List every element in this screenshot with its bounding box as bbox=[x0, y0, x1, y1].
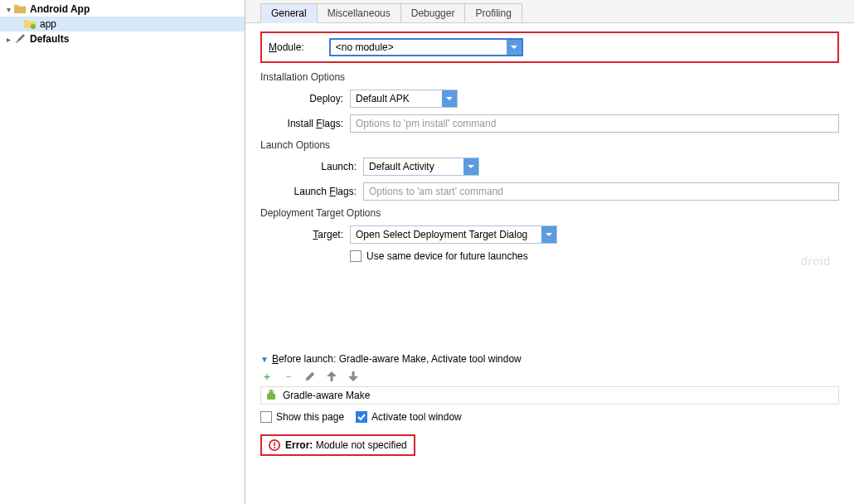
target-select[interactable]: Open Select Deployment Target Dialog bbox=[350, 225, 557, 244]
wrench-icon bbox=[13, 32, 27, 46]
svg-point-4 bbox=[272, 391, 273, 392]
chevron-down-icon bbox=[507, 40, 522, 55]
svg-point-2 bbox=[269, 390, 274, 395]
tab-miscellaneous[interactable]: Miscellaneous bbox=[317, 3, 401, 22]
activate-tool-checkbox[interactable]: Activate tool window bbox=[356, 411, 462, 423]
expand-icon[interactable]: ▸ bbox=[3, 35, 13, 44]
before-launch-toolbar: ＋ － bbox=[260, 370, 839, 383]
deploy-select[interactable]: Default APK bbox=[350, 90, 458, 108]
target-row: Target: Open Select Deployment Target Di… bbox=[277, 225, 839, 244]
error-text: Error: Module not specified bbox=[285, 439, 407, 451]
install-flags-row: Install Flags: bbox=[277, 114, 839, 133]
chevron-down-icon bbox=[541, 226, 556, 243]
before-launch-header: ▼ Before launch: Gradle-aware Make, Acti… bbox=[260, 353, 839, 365]
launch-select[interactable]: Default Activity bbox=[363, 158, 479, 176]
tree-label: app bbox=[40, 17, 56, 31]
checkbox-icon bbox=[350, 250, 361, 262]
tree-item-android-app[interactable]: ▾ Android App bbox=[0, 2, 245, 17]
tab-content: Module: <no module> Installation Options… bbox=[245, 23, 854, 504]
before-launch-section: ▼ Before launch: Gradle-aware Make, Acti… bbox=[260, 353, 839, 456]
before-launch-list-item[interactable]: Gradle-aware Make bbox=[260, 386, 839, 405]
install-flags-label: Install Flags: bbox=[277, 118, 350, 129]
launch-flags-label: Launch Flags: bbox=[277, 186, 363, 197]
svg-rect-7 bbox=[274, 447, 275, 448]
module-row: Module: <no module> bbox=[260, 32, 839, 63]
tree-item-defaults[interactable]: ▸ Defaults bbox=[0, 32, 245, 46]
collapse-icon[interactable]: ▼ bbox=[260, 355, 269, 364]
svg-point-3 bbox=[269, 391, 270, 392]
deploy-label: Deploy: bbox=[277, 93, 350, 104]
chevron-down-icon bbox=[442, 90, 457, 107]
use-same-device-checkbox[interactable]: Use same device for future launches bbox=[350, 250, 528, 262]
checkbox-icon bbox=[260, 411, 272, 423]
module-select[interactable]: <no module> bbox=[329, 38, 523, 56]
svg-rect-1 bbox=[267, 394, 275, 400]
chevron-down-icon bbox=[463, 158, 478, 175]
tree-label: Defaults bbox=[30, 32, 69, 46]
move-up-button[interactable] bbox=[325, 370, 338, 383]
tab-debugger[interactable]: Debugger bbox=[400, 3, 466, 22]
installation-legend: Installation Options bbox=[260, 71, 839, 83]
checkbox-checked-icon bbox=[356, 411, 367, 423]
move-down-button[interactable] bbox=[347, 370, 360, 383]
launch-legend: Launch Options bbox=[260, 139, 839, 151]
error-row: Error: Module not specified bbox=[260, 434, 415, 456]
deployment-legend: Deployment Target Options bbox=[260, 207, 839, 219]
install-flags-input[interactable] bbox=[350, 114, 839, 133]
launch-flags-input[interactable] bbox=[363, 182, 839, 201]
use-same-device-row: Use same device for future launches bbox=[277, 250, 839, 262]
android-icon bbox=[264, 389, 278, 402]
tree-item-app[interactable]: app bbox=[0, 17, 245, 32]
tabs: General Miscellaneous Debugger Profiling bbox=[245, 0, 854, 23]
module-label: Module: bbox=[269, 41, 304, 53]
main-panel: droid General Miscellaneous Debugger Pro… bbox=[245, 0, 854, 504]
edit-button[interactable] bbox=[303, 370, 317, 383]
show-this-page-checkbox[interactable]: Show this page bbox=[260, 411, 344, 423]
launch-row: Launch: Default Activity bbox=[277, 158, 839, 176]
deploy-row: Deploy: Default APK bbox=[277, 90, 839, 108]
launch-label: Launch: bbox=[277, 161, 363, 172]
add-button[interactable]: ＋ bbox=[260, 370, 274, 383]
tree-label: Android App bbox=[30, 2, 90, 16]
expand-icon[interactable]: ▾ bbox=[3, 5, 13, 14]
svg-rect-6 bbox=[274, 443, 275, 446]
launch-flags-row: Launch Flags: bbox=[277, 182, 839, 201]
tab-profiling[interactable]: Profiling bbox=[464, 3, 522, 22]
sidebar: ▾ Android App app ▸ Defaults bbox=[0, 0, 245, 504]
svg-point-0 bbox=[31, 24, 36, 29]
remove-button[interactable]: － bbox=[282, 370, 295, 383]
folder-icon bbox=[23, 17, 36, 31]
folder-open-icon bbox=[13, 2, 27, 16]
target-label: Target: bbox=[277, 229, 350, 240]
tab-general[interactable]: General bbox=[260, 3, 318, 23]
error-icon bbox=[269, 439, 280, 451]
bottom-checks: Show this page Activate tool window bbox=[260, 411, 839, 423]
